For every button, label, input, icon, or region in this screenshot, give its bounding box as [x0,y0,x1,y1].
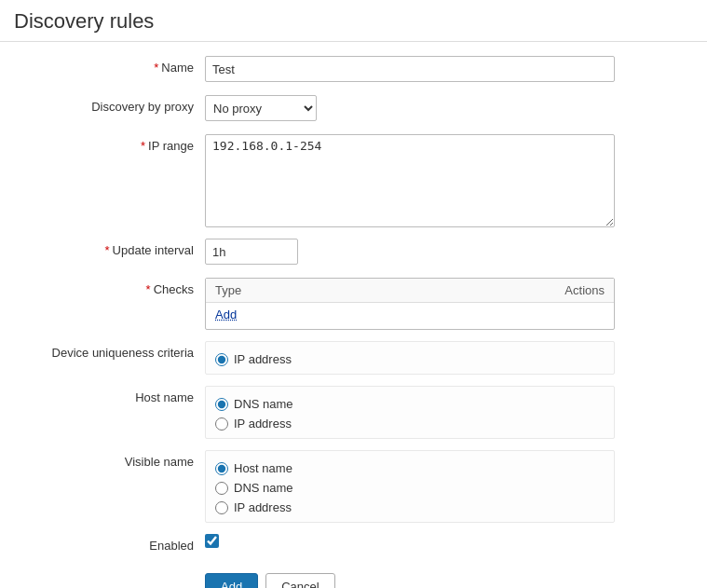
name-label: *Name [19,56,205,75]
visible-name-ip-radio[interactable] [215,501,228,514]
host-name-ip-option[interactable]: IP address [215,417,605,431]
visible-name-wrap: Host name DNS name IP address [205,450,688,523]
visible-name-row: Visible name Host name DNS name [19,450,688,523]
name-input[interactable] [205,56,615,82]
checks-col-actions: Actions [564,283,605,297]
enabled-label: Enabled [19,534,205,553]
host-name-dns-radio[interactable] [215,398,228,411]
discovery-by-proxy-row: Discovery by proxy No proxy [19,95,688,123]
update-interval-control-wrap [205,239,688,265]
ip-range-required-star: * [141,139,145,153]
host-name-radio-group: DNS name IP address [215,394,605,431]
device-uniqueness-row: Device uniqueness criteria IP address [19,341,688,375]
buttons-row: Add Cancel [19,573,688,588]
enabled-checkbox-wrap [205,534,688,548]
checks-control-wrap: Type Actions Add [205,278,688,330]
visible-name-dns-label: DNS name [234,481,293,495]
visible-name-ip-label: IP address [234,500,292,514]
enabled-checkbox[interactable] [205,534,219,548]
host-name-ip-radio[interactable] [215,417,228,431]
device-uniqueness-ip-option[interactable]: IP address [215,352,605,366]
host-name-wrap: DNS name IP address [205,386,688,439]
visible-name-field-wrap: Host name DNS name IP address [205,450,615,523]
visible-name-dns-radio[interactable] [215,482,228,495]
update-interval-row: *Update interval [19,239,688,267]
device-uniqueness-ip-label: IP address [234,352,292,366]
checks-table: Type Actions Add [205,278,615,330]
ip-range-label: *IP range [19,134,205,153]
visible-name-host-radio[interactable] [215,462,228,475]
proxy-select[interactable]: No proxy [205,95,317,121]
device-uniqueness-wrap: IP address [205,341,688,375]
name-required-star: * [154,61,158,75]
discovery-by-proxy-label: Discovery by proxy [19,95,205,114]
proxy-control-wrap: No proxy [205,95,688,121]
checks-required-star: * [146,282,151,296]
device-uniqueness-radio-group: IP address [215,349,605,366]
ip-range-control-wrap: 192.168.0.1-254 [205,134,688,227]
device-uniqueness-label: Device uniqueness criteria [19,341,205,360]
visible-name-label: Visible name [19,450,205,469]
visible-name-host-label: Host name [234,461,292,475]
enabled-row: Enabled [19,534,688,562]
host-name-row: Host name DNS name IP address [19,386,688,439]
enabled-wrap [205,534,688,548]
page-title: Discovery rules [0,0,707,42]
checks-add-link[interactable]: Add [215,308,237,321]
host-name-label: Host name [19,386,205,404]
visible-name-ip-option[interactable]: IP address [215,500,605,514]
ip-range-row: *IP range 192.168.0.1-254 [19,134,688,227]
visible-name-dns-option[interactable]: DNS name [215,481,605,495]
host-name-dns-label: DNS name [234,397,293,411]
name-row: *Name [19,56,688,84]
update-interval-input[interactable] [205,239,298,265]
visible-name-host-option[interactable]: Host name [215,461,605,475]
checks-header: Type Actions [206,279,614,303]
cancel-button[interactable]: Cancel [265,573,334,588]
checks-col-type: Type [215,283,564,297]
add-button[interactable]: Add [205,573,258,588]
update-interval-required-star: * [104,243,109,257]
device-uniqueness-field-wrap: IP address [205,341,615,375]
checks-row: *Checks Type Actions Add [19,278,688,330]
host-name-field-wrap: DNS name IP address [205,386,615,439]
device-uniqueness-ip-radio[interactable] [215,353,228,366]
host-name-ip-label: IP address [234,417,292,431]
name-control-wrap [205,56,688,82]
ip-range-input[interactable]: 192.168.0.1-254 [205,134,615,227]
host-name-dns-option[interactable]: DNS name [215,397,605,411]
update-interval-label: *Update interval [19,239,205,257]
checks-label: *Checks [19,278,205,296]
form-container: *Name Discovery by proxy No proxy *IP ra… [0,42,707,588]
page-container: Discovery rules *Name Discovery by proxy… [0,0,707,588]
checks-add-row: Add [206,303,614,329]
visible-name-radio-group: Host name DNS name IP address [215,458,605,514]
